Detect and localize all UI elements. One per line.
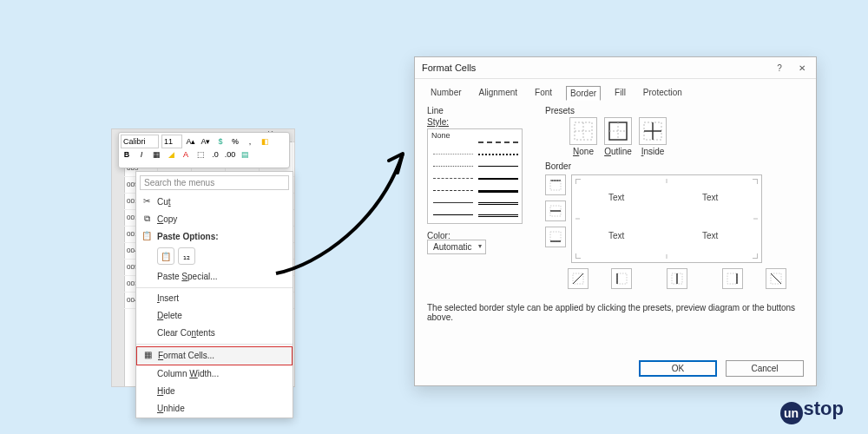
borders-icon[interactable]: ▦ — [150, 148, 162, 161]
border-left-button[interactable] — [611, 268, 632, 289]
comma-format-icon[interactable]: , — [244, 135, 256, 148]
svg-rect-13 — [550, 232, 561, 241]
font-color-icon[interactable]: A — [180, 148, 192, 161]
style-label: Style: — [427, 117, 529, 127]
tab-font[interactable]: Font — [531, 86, 556, 101]
preview-text: Text — [608, 193, 624, 202]
preview-text: Text — [702, 193, 718, 202]
mini-toolbar: Calibri 11 A▴ A▾ $ % , ◧ B I ▦ ◢ A ⬚ .0 … — [118, 132, 290, 168]
menu-clear-contents[interactable]: Clear Contents — [136, 325, 293, 342]
close-icon[interactable]: ✕ — [795, 61, 809, 75]
fill-color-icon[interactable]: ◢ — [165, 148, 177, 161]
font-size-select[interactable]: 11 — [161, 135, 182, 148]
preset-outline-button[interactable] — [604, 117, 632, 145]
decrease-font-icon[interactable]: A▾ — [200, 135, 212, 148]
border-vmid-button[interactable] — [667, 268, 687, 289]
paste-values-icon[interactable]: ₁₂ — [178, 247, 195, 265]
ok-button[interactable]: OK — [639, 360, 717, 377]
preset-none-button[interactable] — [569, 117, 597, 145]
logo-circle-icon: un — [780, 402, 803, 424]
dialog-help-text: The selected border style can be applied… — [427, 303, 804, 322]
tab-protection[interactable]: Protection — [640, 86, 686, 101]
border-preview[interactable]: Text Text Text Text — [571, 174, 762, 263]
dialog-title: Format Cells — [422, 62, 476, 73]
preview-text: Text — [608, 231, 624, 240]
help-icon[interactable]: ? — [773, 61, 786, 75]
line-style-list[interactable]: None — [427, 128, 523, 224]
border-right-button[interactable] — [722, 268, 743, 289]
line-style-none[interactable]: None — [431, 131, 450, 140]
accounting-format-icon[interactable]: $ — [214, 135, 227, 148]
preset-outline-label: Outline — [604, 147, 632, 156]
increase-decimal-icon[interactable]: .00 — [224, 148, 236, 161]
border-bottom-button[interactable] — [545, 227, 566, 247]
italic-button[interactable]: I — [135, 148, 148, 161]
menu-hide[interactable]: Hide — [136, 383, 293, 400]
presets-label: Presets — [545, 106, 804, 115]
tab-border[interactable]: Border — [566, 86, 601, 101]
menu-format-cells[interactable]: ▦ Format Cells... — [136, 346, 293, 365]
unstop-logo: unstop — [780, 398, 844, 422]
dialog-titlebar: Format Cells ? ✕ — [415, 57, 816, 79]
dialog-tabs: Number Alignment Font Border Fill Protec… — [427, 86, 804, 101]
preset-none-label: None — [573, 147, 594, 156]
color-select[interactable]: Automatic — [427, 240, 486, 254]
format-cells-dialog: Format Cells ? ✕ Number Alignment Font B… — [414, 56, 817, 386]
paste-default-icon[interactable]: 📋 — [157, 247, 174, 265]
connector-arrow — [267, 135, 424, 282]
tab-number[interactable]: Number — [427, 86, 465, 101]
font-name-select[interactable]: Calibri — [121, 135, 159, 148]
merge-icon[interactable]: ⬚ — [194, 148, 207, 161]
border-top-button[interactable] — [545, 174, 566, 195]
border-hmid-button[interactable] — [545, 201, 566, 221]
svg-rect-10 — [550, 181, 561, 190]
clipboard-icon: 📋 — [141, 230, 153, 242]
menu-column-width[interactable]: Column Width... — [136, 365, 293, 383]
preset-inside-button[interactable] — [639, 117, 667, 145]
border-label: Border — [545, 161, 804, 171]
tab-fill[interactable]: Fill — [611, 86, 629, 101]
line-label: Line — [427, 106, 529, 115]
menu-unhide[interactable]: Unhide — [136, 400, 293, 418]
copy-icon: ⧉ — [141, 213, 153, 225]
bold-button[interactable]: B — [121, 148, 133, 161]
cancel-button[interactable]: Cancel — [726, 360, 804, 377]
border-diag-down-button[interactable] — [766, 268, 786, 289]
svg-line-16 — [573, 273, 583, 284]
svg-rect-17 — [617, 273, 627, 284]
menu-insert[interactable]: Insert — [136, 290, 293, 307]
format-cells-icon: ▦ — [141, 349, 154, 361]
svg-rect-21 — [727, 273, 737, 284]
presets-row: None Outline Inside — [569, 117, 804, 156]
preview-text: Text — [702, 231, 718, 240]
increase-font-icon[interactable]: A▴ — [185, 135, 197, 148]
border-diag-up-button[interactable] — [568, 268, 589, 289]
svg-line-24 — [771, 273, 781, 284]
tab-alignment[interactable]: Alignment — [476, 86, 521, 101]
scissors-icon: ✂ — [141, 195, 153, 207]
menu-delete[interactable]: Delete — [136, 307, 293, 325]
decrease-decimal-icon[interactable]: .0 — [209, 148, 221, 161]
line-group: Line Style: None — [427, 106, 529, 289]
conditional-format-icon[interactable]: ▤ — [239, 148, 251, 161]
percent-format-icon[interactable]: % — [229, 135, 241, 148]
preset-inside-label: Inside — [641, 147, 665, 156]
